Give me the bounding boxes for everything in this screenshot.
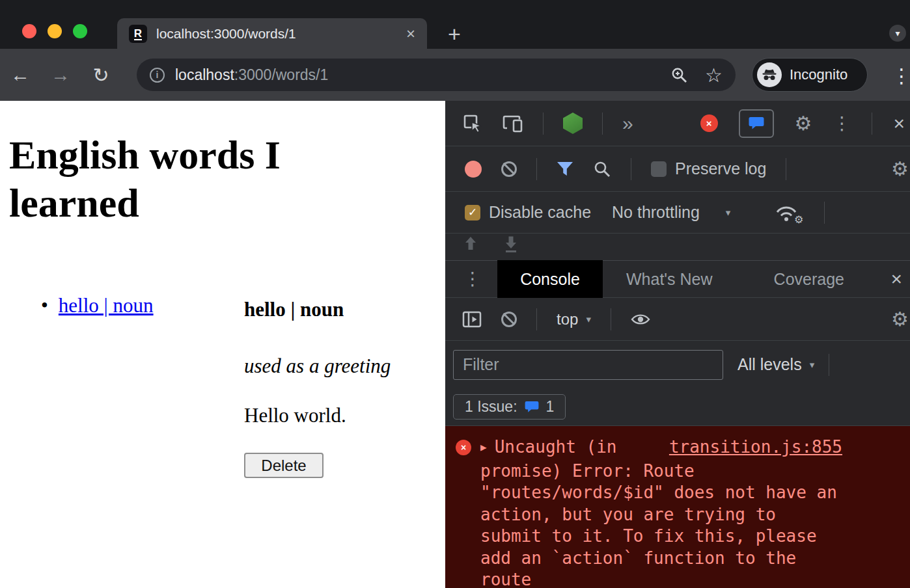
log-levels-value: All levels: [738, 355, 802, 374]
network-settings-icon[interactable]: ⚙: [891, 159, 909, 179]
console-filter-bar: All levels ▾: [445, 341, 910, 388]
window-zoom-button[interactable]: [73, 24, 87, 38]
delete-button[interactable]: Delete: [244, 453, 324, 478]
word-definition: used as a greeting: [244, 354, 391, 378]
clear-console-icon[interactable]: [501, 312, 517, 327]
divider: [631, 158, 631, 180]
error-message-text: Uncaught (in promise) Error: Route "rout…: [480, 437, 837, 588]
disable-cache-toggle[interactable]: ✓ Disable cache: [465, 203, 591, 222]
chevron-down-icon: ▾: [895, 28, 900, 38]
network-toolbar: Preserve log ⚙: [445, 146, 910, 192]
disable-cache-label: Disable cache: [489, 203, 591, 222]
drawer-close-icon[interactable]: ×: [890, 269, 902, 289]
context-select[interactable]: top ▾: [557, 310, 591, 328]
throttling-select[interactable]: No throttling ▾: [612, 203, 730, 222]
device-toolbar-icon[interactable]: [503, 114, 523, 133]
drawer-menu-icon[interactable]: ⋮: [463, 270, 482, 288]
devtools-menu-icon[interactable]: ⋮: [833, 114, 851, 133]
preserve-log-label: Preserve log: [675, 159, 766, 178]
bookmark-star-icon[interactable]: ☆: [705, 64, 723, 87]
forward-button[interactable]: →: [40, 64, 81, 86]
console-filter-input[interactable]: [453, 350, 723, 380]
devtools-panel: » × ⚙ ⋮ ×: [445, 101, 910, 588]
window-minimize-button[interactable]: [48, 24, 62, 38]
word-example: Hello world.: [244, 404, 346, 427]
incognito-icon: [757, 62, 782, 87]
divider: [543, 113, 544, 135]
preserve-log-toggle[interactable]: Preserve log: [651, 159, 766, 178]
console-toolbar: top ▾ ⚙: [445, 298, 910, 341]
browser-menu-icon[interactable]: ⋮: [892, 64, 910, 87]
devtools-toolbar-right: × ⚙ ⋮ ×: [700, 109, 905, 138]
zoom-icon[interactable]: [670, 66, 688, 84]
error-icon: ×: [456, 440, 471, 455]
caret-down-icon: ▾: [586, 314, 591, 325]
clear-network-icon[interactable]: [501, 161, 517, 177]
live-expression-eye-icon[interactable]: [631, 312, 650, 327]
reload-button[interactable]: ↻: [81, 64, 121, 87]
devtools-main-toolbar: » × ⚙ ⋮ ×: [445, 101, 910, 146]
network-conditions-icon[interactable]: ⚙: [775, 204, 798, 222]
divider: [824, 202, 825, 224]
site-info-icon[interactable]: i: [150, 68, 165, 83]
back-button[interactable]: ←: [0, 64, 40, 86]
issues-panel-button[interactable]: [739, 109, 774, 138]
tab-console[interactable]: Console: [497, 260, 603, 298]
preserve-log-checkbox[interactable]: [651, 161, 667, 177]
url-path: :3000/words/1: [234, 66, 328, 83]
issues-count: 1: [546, 398, 555, 416]
speech-bubble-icon: [749, 116, 764, 130]
network-search-icon[interactable]: [593, 160, 611, 178]
console-settings-icon[interactable]: ⚙: [891, 310, 909, 329]
url-host: localhost: [175, 66, 234, 83]
node-extension-icon[interactable]: [563, 113, 583, 134]
error-source-link[interactable]: transition.js:855: [669, 436, 842, 459]
screen: R localhost:3000/words/1 × + ▾ ← → ↻ i l…: [0, 0, 910, 588]
tab-title: localhost:3000/words/1: [156, 26, 406, 42]
remix-favicon: R: [129, 25, 147, 43]
record-network-icon[interactable]: [465, 161, 482, 178]
speech-bubble-icon: [525, 401, 539, 413]
devtools-settings-icon[interactable]: ⚙: [795, 114, 812, 133]
log-levels-select[interactable]: All levels ▾: [738, 355, 814, 374]
word-detail-title: hello | noun: [244, 298, 344, 321]
tab-close-icon[interactable]: ×: [406, 26, 415, 42]
divider: [829, 354, 829, 376]
word-link[interactable]: hello | noun: [59, 294, 154, 317]
divider: [602, 113, 603, 135]
disable-cache-checkbox[interactable]: ✓: [465, 205, 480, 220]
word-list-item: • hello | noun: [41, 294, 154, 317]
tab-search-button[interactable]: ▾: [889, 25, 906, 42]
new-tab-button[interactable]: +: [448, 21, 461, 47]
console-error-entry: transition.js:855 ▶Uncaught (in promise)…: [480, 436, 842, 588]
console-sidebar-icon[interactable]: [462, 311, 482, 328]
devtools-close-icon[interactable]: ×: [893, 114, 905, 133]
url-text: localhost:3000/words/1: [175, 66, 670, 84]
console-issues-bar: 1 Issue: 1: [445, 388, 910, 426]
issues-label: 1 Issue:: [465, 398, 517, 416]
divider: [786, 158, 786, 180]
browser-tab[interactable]: R localhost:3000/words/1 ×: [117, 18, 427, 49]
divider: [536, 158, 537, 180]
window-close-button[interactable]: [22, 24, 36, 38]
network-filter-icon[interactable]: [557, 161, 573, 177]
tab-coverage[interactable]: Coverage: [751, 270, 868, 289]
expand-triangle-icon[interactable]: ▶: [480, 436, 487, 459]
browser-toolbar: ← → ↻ i localhost:3000/words/1 ☆: [0, 49, 910, 101]
issues-chip[interactable]: 1 Issue: 1: [453, 394, 566, 420]
drawer-tab-bar: ⋮ Console What's New Coverage ×: [445, 260, 910, 298]
network-conditions-bar: ✓ Disable cache No throttling ▾ ⚙: [445, 192, 910, 234]
list-bullet: •: [41, 294, 48, 317]
page-title: English words I learned: [9, 131, 374, 227]
browser-tab-strip: R localhost:3000/words/1 × + ▾: [0, 0, 910, 49]
address-bar[interactable]: i localhost:3000/words/1 ☆: [137, 59, 736, 91]
import-har-icon[interactable]: [465, 236, 476, 252]
console-error-row: × transition.js:855 ▶Uncaught (in promis…: [445, 426, 910, 588]
inspect-element-icon[interactable]: [462, 113, 483, 134]
tab-whats-new[interactable]: What's New: [603, 270, 736, 289]
throttling-value: No throttling: [612, 203, 700, 222]
incognito-badge[interactable]: Incognito: [752, 58, 868, 92]
more-panels-icon[interactable]: »: [622, 113, 633, 135]
export-har-icon[interactable]: [505, 236, 517, 253]
error-count-icon[interactable]: ×: [700, 114, 718, 132]
